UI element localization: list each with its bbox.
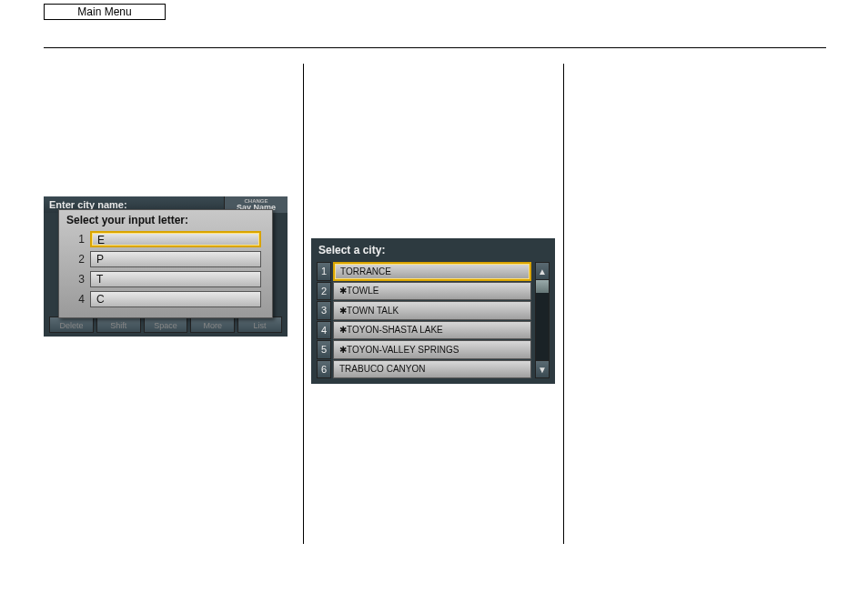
city-name: ✱TOWN TALK <box>333 301 531 320</box>
city-row[interactable]: 3✱TOWN TALK <box>317 301 531 320</box>
option-letter: P <box>90 251 261 267</box>
city-row[interactable]: 6TRABUCO CANYON <box>317 360 531 379</box>
option-letter: E <box>90 231 261 247</box>
row-number: 6 <box>317 360 331 379</box>
column-separator <box>303 64 304 544</box>
city-row[interactable]: 5✱TOYON-VALLEY SPRINGS <box>317 340 531 359</box>
letter-option[interactable]: 3T <box>70 270 261 288</box>
option-number: 2 <box>70 253 90 266</box>
space-button[interactable]: Space <box>144 317 188 333</box>
list-button[interactable]: List <box>237 317 282 333</box>
city-name: ✱TOYON-SHASTA LAKE <box>333 321 531 340</box>
option-number: 4 <box>70 293 90 306</box>
city-name: TRABUCO CANYON <box>333 360 531 379</box>
option-number: 1 <box>70 233 90 246</box>
row-number: 1 <box>317 262 331 281</box>
keyboard-bottombar: DeleteShiftSpaceMoreList <box>49 317 282 333</box>
city-name: ✱TOYON-VALLEY SPRINGS <box>333 340 531 359</box>
delete-button[interactable]: Delete <box>49 317 94 333</box>
row-number: 3 <box>317 301 331 320</box>
letter-option[interactable]: 2P <box>70 250 261 268</box>
input-letter-popup: Select your input letter: 1E2P3T4C <box>58 209 273 318</box>
popup-title: Select your input letter: <box>59 210 272 228</box>
scroll-up-button[interactable]: ▲ <box>535 262 550 280</box>
screenshot-input-letter: Enter city name: CHANGE Say Name DeleteS… <box>44 196 288 337</box>
scroll-down-button[interactable]: ▼ <box>535 360 550 378</box>
more-button[interactable]: More <box>190 317 235 333</box>
city-name: TORRANCE <box>333 262 531 281</box>
scroll-track[interactable] <box>535 280 550 360</box>
scroll-thumb[interactable] <box>536 280 549 293</box>
city-row[interactable]: 1TORRANCE <box>317 262 531 281</box>
option-letter: C <box>90 291 261 307</box>
option-letter: T <box>90 271 261 287</box>
option-number: 3 <box>70 273 90 286</box>
shift-button[interactable]: Shift <box>96 317 141 333</box>
letter-option[interactable]: 1E <box>70 230 261 248</box>
screenshot-select-city: Select a city: 1TORRANCE2✱TOWLE3✱TOWN TA… <box>311 238 555 384</box>
city-row[interactable]: 4✱TOYON-SHASTA LAKE <box>317 321 531 340</box>
column-separator <box>563 64 564 544</box>
city-name: ✱TOWLE <box>333 282 531 301</box>
scrollbar: ▲ ▼ <box>535 262 550 378</box>
divider <box>44 47 826 48</box>
select-city-title: Select a city: <box>311 238 555 260</box>
main-menu-button[interactable]: Main Menu <box>44 4 166 20</box>
row-number: 2 <box>317 282 331 301</box>
city-row[interactable]: 2✱TOWLE <box>317 282 531 301</box>
letter-option[interactable]: 4C <box>70 290 261 308</box>
row-number: 5 <box>317 340 331 359</box>
row-number: 4 <box>317 321 331 340</box>
